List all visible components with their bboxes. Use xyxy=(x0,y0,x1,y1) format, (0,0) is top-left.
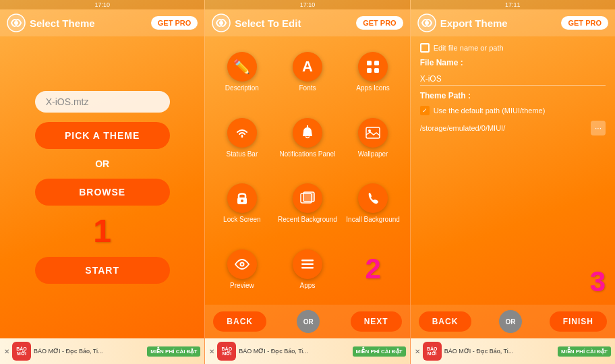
step-number-3: 3 xyxy=(590,266,606,298)
get-pro-button-3[interactable]: GET PRO xyxy=(561,16,608,30)
option-wallpaper[interactable]: Wallpaper xyxy=(342,107,405,170)
next-button[interactable]: NEXT xyxy=(351,311,402,332)
finish-button[interactable]: FINISH xyxy=(550,311,607,332)
svg-point-15 xyxy=(241,263,243,265)
fonts-icon: A xyxy=(293,52,322,82)
ad-text-3: BÁO MỚI - Đọc Báo, Ti... xyxy=(444,348,555,355)
ad-install-button-2[interactable]: MIỄN PHÍ CÀI ĐẶT xyxy=(353,346,406,357)
ad-close-1[interactable]: ✕ xyxy=(4,348,9,355)
bottom-nav-3: BACK OR FINISH xyxy=(411,305,615,338)
svg-rect-6 xyxy=(367,68,372,73)
ad-install-button-1[interactable]: MIỄN PHÍ CÀI ĐẶT xyxy=(147,346,200,357)
step-number-2: 2 xyxy=(365,253,380,285)
ad-close-3[interactable]: ✕ xyxy=(415,348,420,355)
step-number-2-container: 2 xyxy=(342,238,405,301)
header-title-2: Select To Edit xyxy=(235,18,301,29)
ad-text-1: BÁO MỚI - Đọc Báo, Ti... xyxy=(34,348,144,355)
header-left-3: Export Theme xyxy=(417,13,508,32)
default-path-checkbox[interactable]: ✓ xyxy=(420,106,430,115)
ad-logo-3: BÁO MỚI xyxy=(423,342,442,361)
header-left-2: Select To Edit xyxy=(212,13,301,32)
status-bar-3: 17:11 xyxy=(411,0,615,9)
default-path-label: Use the default path (MIUI/theme) xyxy=(434,107,546,115)
edit-file-row: Edit file name or path xyxy=(420,43,606,53)
apps-icons-label: Apps Icons xyxy=(356,84,389,92)
preview-label: Preview xyxy=(230,282,254,289)
svg-point-11 xyxy=(241,200,243,202)
option-preview[interactable]: Preview xyxy=(210,238,273,301)
ad-install-button-3[interactable]: MIỄN PHÍ CÀI ĐẶT xyxy=(558,346,611,357)
ad-logo-2: BÁO MỚI xyxy=(217,342,236,361)
recent-bg-svg xyxy=(300,191,315,205)
option-apps[interactable]: Apps xyxy=(276,238,339,301)
back-button-3[interactable]: BACK xyxy=(419,311,472,332)
option-description[interactable]: ✏️ Description xyxy=(210,40,273,104)
incall-bg-label: Incall Background xyxy=(346,216,400,223)
lock-screen-label: Lock Screen xyxy=(223,216,261,223)
svg-point-20 xyxy=(425,21,429,25)
status-bar-1: 17:10 xyxy=(0,0,204,9)
option-status-bar[interactable]: Status Bar xyxy=(210,107,273,170)
file-name-label: File Name : xyxy=(420,58,606,67)
get-pro-button-1[interactable]: GET PRO xyxy=(151,16,198,30)
palette-icon-1 xyxy=(7,13,26,32)
preview-icon xyxy=(227,249,257,279)
option-fonts[interactable]: A Fonts xyxy=(276,40,339,104)
panel-select-theme: 17:10 Select Theme GET PRO PICK A THEME … xyxy=(0,0,204,364)
phone-svg xyxy=(366,191,380,205)
svg-rect-17 xyxy=(301,263,314,265)
notifications-icon xyxy=(293,118,322,148)
header-1: Select Theme GET PRO xyxy=(0,9,204,36)
file-name-value: X-iOS xyxy=(420,73,606,86)
path-dots-button[interactable]: ··· xyxy=(591,121,606,135)
wallpaper-label: Wallpaper xyxy=(358,150,388,158)
wifi-svg xyxy=(235,127,250,138)
option-notifications[interactable]: Notifications Panel xyxy=(276,107,339,170)
svg-rect-13 xyxy=(303,192,314,202)
ad-banner-2: ✕ BÁO MỚI BÁO MỚI - Đọc Báo, Ti... MIỄN … xyxy=(205,338,409,364)
ad-close-2[interactable]: ✕ xyxy=(209,348,214,355)
apps-icon xyxy=(293,249,322,279)
option-apps-icons[interactable]: Apps Icons xyxy=(342,40,405,104)
svg-point-3 xyxy=(219,21,223,25)
panel-export-theme: 17:11 Export Theme GET PRO Edit file nam… xyxy=(410,0,615,364)
theme-path-label: Theme Path : xyxy=(420,91,606,100)
option-recent-background[interactable]: Recent Background xyxy=(276,172,339,235)
eye-svg xyxy=(235,259,250,270)
svg-point-1 xyxy=(14,21,18,25)
header-title-1: Select Theme xyxy=(30,18,95,29)
status-bar-2: 17:10 xyxy=(205,0,409,9)
apps-svg xyxy=(301,258,314,270)
ad-text-2: BÁO MỚI - Đọc Báo, Ti... xyxy=(239,348,349,355)
browse-button[interactable]: BROWSE xyxy=(35,179,170,206)
svg-rect-8 xyxy=(366,127,380,138)
ad-banner-1: ✕ BÁO MỚI BÁO MỚI - Đọc Báo, Ti... MIỄN … xyxy=(0,338,204,364)
option-lock-screen[interactable]: Lock Screen xyxy=(210,172,273,235)
or-circle-3: OR xyxy=(499,310,522,333)
svg-rect-4 xyxy=(367,61,372,65)
ad-banner-3: ✕ BÁO MỚI BÁO MỚI - Đọc Báo, Ti... MIỄN … xyxy=(411,338,615,364)
ad-logo-1: BÁO MỚI xyxy=(12,342,31,361)
edit-file-label: Edit file name or path xyxy=(434,44,504,52)
wallpaper-icon xyxy=(358,118,388,148)
status-bar-label: Status Bar xyxy=(227,150,258,158)
get-pro-button-2[interactable]: GET PRO xyxy=(356,16,403,30)
default-path-row: ✓ Use the default path (MIUI/theme) xyxy=(420,106,606,115)
panel-3-body: Edit file name or path File Name : X-iOS… xyxy=(411,36,615,305)
apps-label: Apps xyxy=(300,282,316,289)
option-incall-bg[interactable]: Incall Background xyxy=(342,172,405,235)
edit-file-checkbox[interactable] xyxy=(420,43,430,53)
panel-select-edit: 17:10 Select To Edit GET PRO ✏️ Descript… xyxy=(204,0,409,364)
lock-screen-icon xyxy=(227,183,257,213)
description-icon: ✏️ xyxy=(227,52,257,82)
pick-theme-button[interactable]: PICK A THEME xyxy=(35,122,170,149)
back-button-2[interactable]: BACK xyxy=(213,311,266,332)
header-2: Select To Edit GET PRO xyxy=(205,9,409,36)
header-left-1: Select Theme xyxy=(7,13,95,32)
svg-rect-7 xyxy=(374,68,379,73)
apps-icons-icon xyxy=(358,52,388,82)
edit-options-grid: ✏️ Description A Fonts Apps Icons xyxy=(210,40,404,301)
apps-icons-svg xyxy=(365,59,380,74)
start-button[interactable]: START xyxy=(35,257,170,284)
theme-name-input[interactable] xyxy=(35,91,170,113)
